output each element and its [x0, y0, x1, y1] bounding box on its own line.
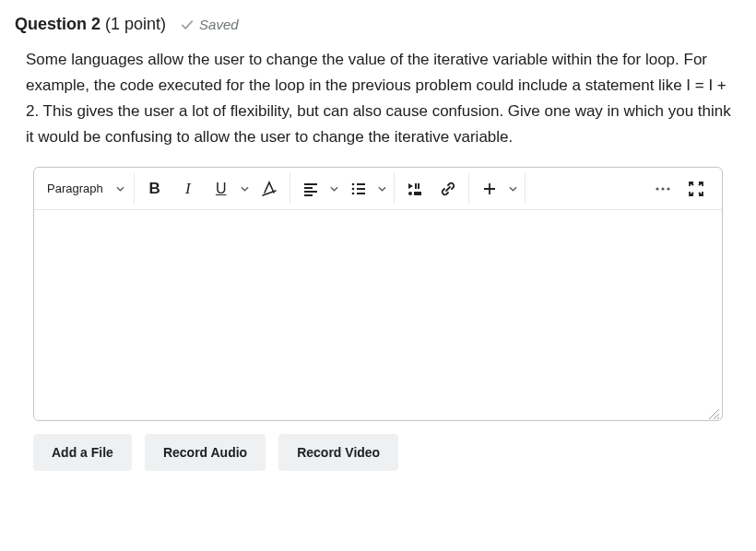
editor-toolbar: Paragraph B I U [34, 168, 722, 210]
svg-rect-11 [418, 183, 419, 189]
toolbar-separator [289, 173, 290, 204]
fullscreen-button[interactable] [679, 173, 713, 205]
ellipsis-icon [655, 186, 671, 192]
svg-point-12 [408, 192, 412, 195]
rich-text-editor: Paragraph B I U [33, 167, 723, 421]
insert-media-button[interactable] [398, 173, 431, 205]
svg-point-4 [351, 182, 354, 185]
underline-button[interactable]: U [205, 173, 238, 205]
chevron-down-icon [378, 186, 386, 192]
bullet-list-icon [350, 181, 367, 197]
insert-link-button[interactable] [431, 173, 465, 205]
add-file-button[interactable]: Add a File [33, 434, 132, 471]
text-color-icon [261, 181, 278, 197]
chevron-down-icon [116, 186, 124, 192]
saved-indicator: Saved [181, 17, 239, 32]
list-button[interactable] [342, 173, 375, 205]
question-prompt: Some languages allow the user to change … [26, 47, 732, 150]
list-more-button[interactable] [375, 173, 390, 205]
chevron-down-icon [241, 186, 249, 192]
bold-icon: B [149, 180, 160, 198]
record-audio-button[interactable]: Record Audio [145, 434, 266, 471]
svg-line-19 [709, 409, 719, 419]
question-header: Question 2 (1 point) Saved [15, 15, 741, 34]
insert-button[interactable] [473, 173, 506, 205]
chevron-down-icon [330, 186, 338, 192]
more-actions-button[interactable] [646, 173, 679, 205]
svg-point-17 [661, 187, 664, 190]
chevron-down-icon [509, 186, 517, 192]
question-label: Question [15, 15, 87, 33]
text-color-button[interactable] [253, 173, 286, 205]
align-more-button[interactable] [327, 173, 342, 205]
toolbar-separator [394, 173, 395, 204]
svg-rect-10 [415, 183, 417, 189]
toolbar-separator [134, 173, 135, 204]
plus-icon [483, 182, 496, 195]
toolbar-separator [468, 173, 469, 204]
link-icon [440, 181, 456, 197]
svg-point-16 [656, 187, 658, 190]
svg-point-6 [351, 192, 354, 194]
align-button[interactable] [294, 173, 327, 205]
italic-icon: I [185, 180, 191, 198]
italic-button[interactable]: I [171, 173, 205, 205]
record-video-button[interactable]: Record Video [278, 434, 398, 471]
underline-icon: U [216, 181, 227, 197]
svg-line-21 [717, 417, 719, 419]
question-number: 2 [91, 15, 100, 33]
svg-point-18 [667, 187, 669, 190]
toolbar-separator [525, 173, 526, 204]
question-points: (1 point) [105, 15, 166, 33]
block-format-select[interactable]: Paragraph [43, 173, 130, 205]
question-title: Question 2 (1 point) [15, 15, 166, 34]
attachment-actions: Add a File Record Audio Record Video [33, 434, 723, 471]
align-left-icon [302, 181, 319, 197]
svg-point-5 [351, 187, 354, 190]
resize-handle[interactable] [705, 405, 720, 420]
saved-label: Saved [199, 17, 239, 32]
svg-rect-13 [414, 192, 421, 195]
check-icon [181, 18, 194, 31]
fullscreen-icon [689, 182, 703, 196]
block-format-label: Paragraph [47, 182, 103, 195]
bold-button[interactable]: B [138, 173, 171, 205]
insert-more-button[interactable] [506, 173, 521, 205]
editor-content-area[interactable] [34, 210, 722, 420]
media-icon [407, 181, 423, 197]
underline-more-button[interactable] [238, 173, 253, 205]
